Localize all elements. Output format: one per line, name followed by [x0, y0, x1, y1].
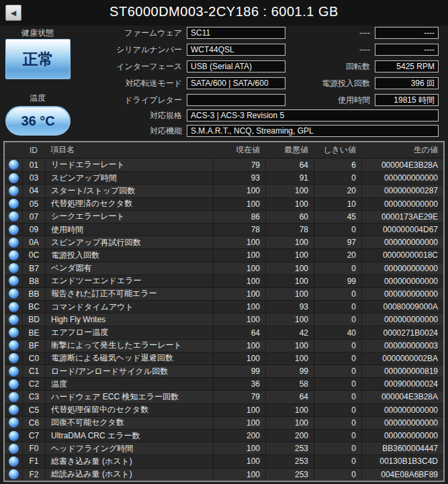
current-value-cell: 93	[213, 172, 265, 184]
raw-value-cell: 004E08A6BF89	[361, 469, 443, 481]
worst-value-cell: 100	[265, 236, 314, 248]
threshold-value-cell: 0	[314, 469, 361, 481]
attribute-name-cell: 報告された訂正不可能エラー	[45, 288, 213, 300]
worst-value-cell: 42	[265, 326, 314, 338]
smart-attribute-row[interactable]: F0 ヘッドフライング時間 100 253 0 BB3600004447	[5, 442, 443, 454]
raw-value-cell: 0000173AE29E	[361, 211, 443, 223]
status-cell	[5, 173, 22, 183]
current-value-cell: 100	[213, 262, 265, 275]
info-label: ----	[296, 45, 375, 54]
attribute-id-cell: C6	[22, 417, 45, 429]
id-column-header: ID	[22, 146, 45, 155]
smart-attribute-row[interactable]: C1 ロード/アンロードサイクル回数 99 99 0 000000000819	[5, 365, 443, 377]
title-bar: ◀ ST6000DM003-2CY186 : 6001.1 GB	[0, 0, 448, 26]
threshold-value-cell: 0	[314, 365, 361, 377]
smart-attribute-row[interactable]: BF 衝撃によって発生したエラーレート 100 100 0 0000000000…	[5, 339, 443, 352]
attribute-id-cell: C7	[22, 430, 45, 442]
worst-value-cell: 200	[265, 430, 314, 442]
attribute-id-cell: BB	[22, 288, 45, 300]
attribute-id-cell: F2	[22, 469, 45, 481]
smart-attribute-row[interactable]: 09 使用時間 78 78 0 000000004D67	[5, 223, 443, 236]
smart-table-body: 01 リードエラーレート 79 64 6 000004E3B28A 03 スピン…	[5, 158, 443, 481]
smart-attribute-row[interactable]: B8 エンドツーエンドエラー 100 100 99 000000000000	[5, 275, 443, 287]
worst-value-cell: 100	[265, 198, 314, 210]
current-value-cell: 200	[213, 430, 265, 442]
worst-value-cell: 78	[265, 224, 314, 236]
threshold-value-cell: 0	[314, 288, 361, 300]
info-label: ファームウェア	[0, 28, 187, 39]
smart-attribute-row[interactable]: 03 スピンアップ時間 93 91 0 000000000000	[5, 171, 443, 184]
info-row: インターフェース USB (Serial ATA)	[0, 60, 285, 72]
smart-attribute-row[interactable]: F1 総書き込み量 (ホスト) 100 253 0 00130B1B3C4D	[5, 454, 443, 467]
status-ok-icon	[9, 160, 19, 170]
smart-attribute-row[interactable]: C6 回復不可能セクタ数 100 100 0 000000000000	[5, 416, 443, 429]
raw-value-cell: 000004E3B28A	[361, 158, 443, 171]
raw-column-header: 生の値	[361, 144, 443, 156]
smart-attribute-row[interactable]: 0C 電源投入回数 100 100 20 00000000018C	[5, 248, 443, 261]
raw-value-cell: 00000000018C	[361, 249, 443, 261]
smart-attribute-row[interactable]: 04 スタート/ストップ回数 100 100 20 000000000287	[5, 184, 443, 197]
status-ok-icon	[9, 418, 19, 428]
info-label: 対応転送モード	[0, 78, 187, 89]
current-value-cell: 100	[213, 417, 265, 429]
info-value-field: 396 回	[375, 77, 439, 89]
worst-value-cell: 91	[265, 172, 314, 184]
info-row: ドライブレター	[0, 94, 285, 106]
current-value-cell: 100	[213, 469, 265, 481]
raw-value-cell: 000000000000	[361, 275, 443, 287]
smart-attribute-row[interactable]: C7 UltraDMA CRC エラー数 200 200 0 000000000…	[5, 429, 443, 442]
attribute-id-cell: BF	[22, 340, 45, 352]
current-value-cell: 64	[213, 326, 265, 338]
smart-attribute-row[interactable]: 05 代替処理済のセクタ数 100 100 10 000000000000	[5, 197, 443, 210]
smart-attribute-row[interactable]: C5 代替処理保留中のセクタ数 100 100 0 000000000000	[5, 403, 443, 416]
attribute-name-cell: 代替処理保留中のセクタ数	[45, 404, 213, 416]
info-value-field: SC11	[187, 27, 285, 39]
worst-value-cell: 64	[265, 158, 314, 171]
attribute-name-cell: シークエラーレート	[45, 211, 213, 223]
threshold-value-cell: 0	[314, 442, 361, 454]
smart-attribute-row[interactable]: C0 電源断による磁気ヘッド退避回数 100 100 0 0000000002B…	[5, 352, 443, 365]
attribute-name-cell: ロード/アンロードサイクル回数	[45, 365, 213, 377]
smart-attribute-row[interactable]: B7 ベンダ固有 100 100 0 000000000000	[5, 262, 443, 275]
smart-table-header: ID 項目名 現在値 最悪値 しきい値 生の値	[5, 142, 443, 158]
current-value-cell: 78	[213, 224, 265, 236]
smart-attribute-row[interactable]: C2 温度 36 58 0 000900000024	[5, 377, 443, 390]
threshold-value-cell: 0	[314, 455, 361, 467]
smart-attribute-row[interactable]: BE エアフロー温度 64 42 40 0000271B0024	[5, 326, 443, 338]
name-column-header: 項目名	[45, 144, 213, 156]
smart-attribute-row[interactable]: F2 総読み込み量 (ホスト) 100 253 0 004E08A6BF89	[5, 468, 443, 481]
threshold-value-cell: 0	[314, 313, 361, 326]
smart-attribute-row[interactable]: 01 リードエラーレート 79 64 6 000004E3B28A	[5, 158, 443, 171]
info-row: ---- ----	[296, 27, 439, 39]
status-ok-icon	[9, 276, 19, 286]
raw-value-cell: 000900000024	[361, 378, 443, 390]
info-value-field: ----	[375, 27, 439, 39]
smart-attribute-row[interactable]: 0A スピンアップ再試行回数 100 100 97 000000000000	[5, 236, 443, 248]
info-value-field: WCT44QSL	[187, 44, 285, 56]
worst-value-cell: 100	[265, 288, 314, 300]
raw-value-cell: 000000000287	[361, 185, 443, 197]
smart-attribute-row[interactable]: C3 ハードウェア ECC 検知エラー回数 79 64 0 000004E3B2…	[5, 390, 443, 403]
status-ok-icon	[9, 186, 19, 196]
raw-value-cell: 000000000000	[361, 172, 443, 184]
status-cell	[5, 379, 22, 389]
threshold-value-cell: 99	[314, 275, 361, 287]
status-ok-icon	[9, 444, 19, 454]
current-value-cell: 79	[213, 391, 265, 403]
attribute-id-cell: BD	[22, 313, 45, 326]
attribute-name-cell: ヘッドフライング時間	[45, 442, 213, 454]
worst-value-cell: 100	[265, 275, 314, 287]
smart-attribute-row[interactable]: 07 シークエラーレート 86 60 45 0000173AE29E	[5, 210, 443, 223]
info-label: 電源投入回数	[296, 78, 375, 89]
smart-attribute-row[interactable]: BB 報告された訂正不可能エラー 100 100 0 000000000000	[5, 287, 443, 300]
drive-info-wide-rows: 対応規格 ACS-3 | ACS-3 Revision 5 対応機能 S.M.A…	[0, 109, 439, 140]
status-ok-icon	[9, 340, 19, 350]
smart-attribute-row[interactable]: BC コマンドタイムアウト 100 93 0 00080009000A	[5, 300, 443, 313]
raw-value-cell: 000000004D67	[361, 224, 443, 236]
attribute-name-cell: スタート/ストップ回数	[45, 185, 213, 197]
worst-value-cell: 253	[265, 442, 314, 454]
status-cell	[5, 199, 22, 209]
smart-attribute-row[interactable]: BD High Fly Writes 100 100 0 00000000000…	[5, 313, 443, 326]
status-cell	[5, 238, 22, 248]
info-row: 対応転送モード SATA/600 | SATA/600	[0, 77, 285, 89]
